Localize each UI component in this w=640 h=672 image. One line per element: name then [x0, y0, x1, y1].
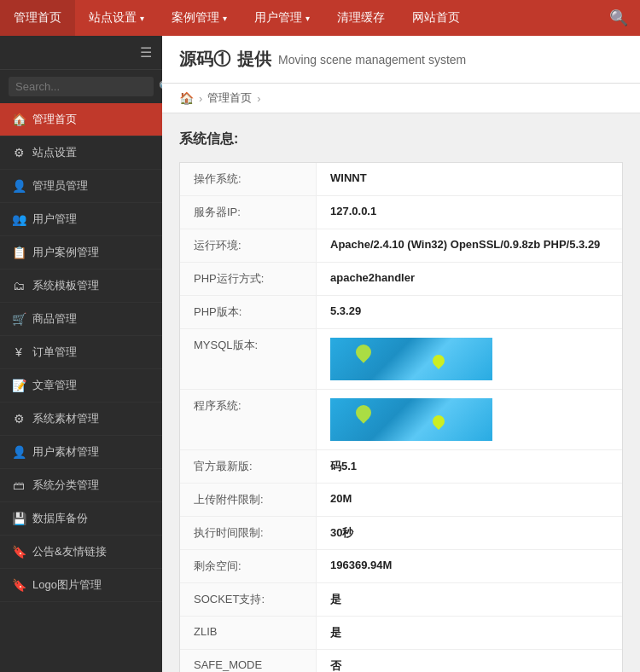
sidebar-header: ☰	[0, 36, 162, 70]
info-table: 操作系统: WINNT 服务器IP: 127.0.0.1 运行环境: Apach…	[179, 162, 623, 672]
row-label: 运行环境:	[180, 229, 317, 262]
table-row: SAFE_MODE 否	[180, 650, 622, 672]
row-value: 否	[317, 650, 622, 672]
user-icon: 👥	[12, 212, 26, 226]
row-value: apache2handler	[317, 263, 622, 295]
sidebar-item-user-mgmt[interactable]: 👥 用户管理	[0, 203, 162, 236]
censored-system	[330, 398, 492, 441]
table-row-mysql: MYSQL版本:	[180, 329, 622, 390]
sidebar-label-db-backup: 数据库备份	[32, 511, 88, 526]
row-value: 196369.94M	[317, 550, 622, 582]
table-row: 剩余空间: 196369.94M	[180, 550, 622, 583]
top-nav: 管理首页 站点设置 ▾ 案例管理 ▾ 用户管理 ▾ 清理缓存 网站首页 🔍	[0, 0, 640, 36]
hamburger-icon[interactable]: ☰	[140, 44, 152, 61]
sidebar-label-system-material: 系统素材管理	[32, 411, 99, 426]
nav-label-site-settings: 站点设置	[89, 10, 137, 26]
row-label: 执行时间限制:	[180, 517, 317, 549]
row-label: 官方最新版:	[180, 450, 317, 483]
sys-material-icon: ⚙	[12, 412, 26, 426]
sidebar-item-notice-link[interactable]: 🔖 公告&友情链接	[0, 536, 162, 569]
content-area: 系统信息: 操作系统: WINNT 服务器IP: 127.0.0.1 运行环境:…	[162, 113, 640, 672]
sidebar-item-admin-mgmt[interactable]: 👤 管理员管理	[0, 170, 162, 203]
row-value: 5.3.29	[317, 296, 622, 328]
nav-label-clear-cache: 清理缓存	[337, 10, 385, 26]
nav-item-site-settings[interactable]: 站点设置 ▾	[75, 0, 158, 36]
row-label: ZLIB	[180, 617, 317, 649]
sidebar-item-system-material[interactable]: ⚙ 系统素材管理	[0, 403, 162, 436]
sidebar-label-template-mgmt: 系统模板管理	[32, 278, 99, 293]
table-row: 服务器IP: 127.0.0.1	[180, 196, 622, 229]
sidebar-label-order-mgmt: 订单管理	[32, 345, 77, 360]
row-label: 上传附件限制:	[180, 484, 317, 516]
table-row: PHP版本: 5.3.29	[180, 296, 622, 329]
sidebar-item-logo-mgmt[interactable]: 🔖 Logo图片管理	[0, 569, 162, 602]
caret-icon-2: ▾	[223, 14, 227, 23]
nav-item-clear-cache[interactable]: 清理缓存	[323, 0, 399, 36]
search-icon[interactable]: 🔍	[597, 9, 640, 27]
category-icon: 🗃	[12, 478, 26, 492]
row-label: PHP版本:	[180, 296, 317, 328]
row-label: MYSQL版本:	[180, 329, 317, 389]
search-input[interactable]	[15, 80, 159, 93]
header-title: 源码①	[179, 48, 230, 71]
nav-label-case-mgmt: 案例管理	[172, 10, 219, 26]
sidebar-item-user-case[interactable]: 📋 用户案例管理	[0, 236, 162, 269]
table-row-system: 程序系统:	[180, 390, 622, 450]
row-value: 30秒	[317, 517, 622, 549]
sidebar-label-product-mgmt: 商品管理	[32, 311, 77, 327]
caret-icon: ▾	[140, 14, 144, 23]
order-icon: ¥	[12, 345, 26, 359]
row-value: 是	[317, 617, 622, 649]
row-value: WINNT	[317, 163, 622, 195]
table-row: 官方最新版: 码5.1	[180, 450, 622, 484]
sidebar-item-order-mgmt[interactable]: ¥ 订单管理	[0, 336, 162, 369]
row-value: 127.0.0.1	[317, 196, 622, 229]
table-row: SOCKET支持: 是	[180, 583, 622, 617]
nav-label-user-mgmt: 用户管理	[254, 10, 302, 26]
sidebar-item-category-mgmt[interactable]: 🗃 系统分类管理	[0, 469, 162, 502]
sidebar-label-notice-link: 公告&友情链接	[32, 544, 107, 559]
row-value: 是	[317, 583, 622, 616]
table-row: PHP运行方式: apache2handler	[180, 263, 622, 296]
breadcrumb-item: 管理首页	[207, 90, 252, 106]
case-icon: 📋	[12, 246, 26, 259]
breadcrumb: 🏠 › 管理首页 ›	[162, 84, 640, 113]
sidebar-item-site-settings[interactable]: ⚙ 站点设置	[0, 136, 162, 170]
sidebar-item-home[interactable]: 🏠 管理首页	[0, 103, 162, 136]
sidebar-label-site-settings: 站点设置	[32, 145, 77, 160]
sidebar-item-article-mgmt[interactable]: 📝 文章管理	[0, 369, 162, 403]
header-subtitle: Moving scene management system	[278, 53, 466, 67]
search-box: 🔍	[9, 77, 154, 96]
row-label: PHP运行方式:	[180, 263, 317, 295]
body-layout: ☰ 🔍 🏠 管理首页 ⚙ 站点设置 👤 管理员管理 👥 用户管理 📋 用户案例管…	[0, 36, 640, 672]
row-label: 操作系统:	[180, 163, 317, 195]
sidebar-label-home: 管理首页	[32, 112, 77, 127]
sidebar-label-logo-mgmt: Logo图片管理	[32, 577, 102, 593]
nav-item-home[interactable]: 管理首页	[0, 0, 75, 36]
sidebar-item-db-backup[interactable]: 💾 数据库备份	[0, 502, 162, 536]
sidebar-item-template-mgmt[interactable]: 🗂 系统模板管理	[0, 269, 162, 303]
breadcrumb-trailing-sep: ›	[257, 92, 260, 105]
row-label: 程序系统:	[180, 390, 317, 449]
nav-item-case-mgmt[interactable]: 案例管理 ▾	[158, 0, 241, 36]
notice-icon: 🔖	[12, 545, 26, 559]
nav-item-user-mgmt[interactable]: 用户管理 ▾	[241, 0, 323, 36]
table-row: 操作系统: WINNT	[180, 163, 622, 196]
article-icon: 📝	[12, 379, 26, 392]
table-row: 上传附件限制: 20M	[180, 484, 622, 517]
nav-item-website-home[interactable]: 网站首页	[399, 0, 474, 36]
sidebar-item-user-material[interactable]: 👤 用户素材管理	[0, 436, 162, 469]
header-title2: 提供	[237, 48, 271, 71]
table-row: 运行环境: Apache/2.4.10 (Win32) OpenSSL/0.9.…	[180, 229, 622, 263]
sidebar-item-product-mgmt[interactable]: 🛒 商品管理	[0, 303, 162, 336]
sidebar-label-admin-mgmt: 管理员管理	[32, 178, 88, 194]
censored-mysql	[330, 338, 492, 380]
home-icon: 🏠	[12, 113, 26, 126]
row-label: SAFE_MODE	[180, 650, 317, 672]
breadcrumb-home-icon: 🏠	[179, 91, 194, 105]
row-label: 服务器IP:	[180, 196, 317, 229]
user-material-icon: 👤	[12, 445, 26, 459]
sidebar: ☰ 🔍 🏠 管理首页 ⚙ 站点设置 👤 管理员管理 👥 用户管理 📋 用户案例管…	[0, 36, 162, 672]
caret-icon-3: ▾	[305, 14, 310, 23]
sidebar-label-category-mgmt: 系统分类管理	[32, 478, 99, 493]
